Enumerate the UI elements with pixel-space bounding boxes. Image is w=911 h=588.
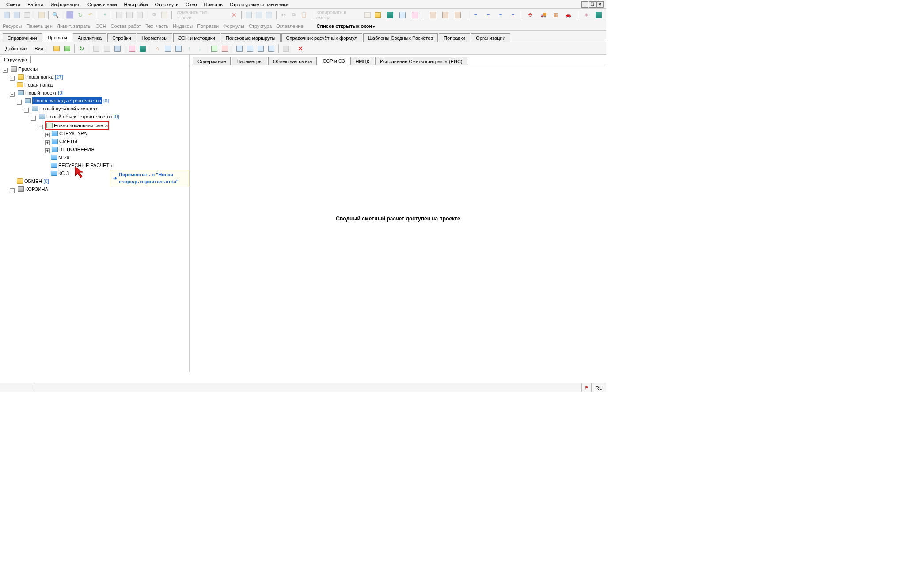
copy-icon[interactable]: ⧉: [289, 10, 298, 20]
project-tree[interactable]: − Проекты + Новая папка [27]: [0, 64, 189, 372]
tab-summary-templates[interactable]: Шаблоны Сводных Расчётов: [363, 33, 438, 42]
close-button[interactable]: ✕: [596, 1, 604, 8]
indent-4-icon[interactable]: ≡: [508, 10, 518, 20]
action-icon-e4[interactable]: [266, 44, 276, 53]
tree-toggle[interactable]: +: [10, 76, 15, 81]
menu-rest[interactable]: Отдохнуть: [152, 1, 182, 8]
link-struct[interactable]: Структура: [249, 23, 272, 29]
tree-smeta-highlighted[interactable]: Новая локальная смета: [45, 121, 109, 130]
copy-to-label[interactable]: Копировать в смету: [314, 10, 362, 20]
tool-icon-1[interactable]: [2, 10, 11, 20]
link-formula[interactable]: Формулы: [223, 23, 244, 29]
tool-r2[interactable]: [410, 10, 420, 20]
tool-icon-c1[interactable]: [244, 10, 253, 20]
tab-search-routes[interactable]: Поисковые маршруты: [221, 33, 281, 42]
helmet-icon[interactable]: ⛑: [526, 10, 536, 20]
delete-x-icon[interactable]: ✕: [296, 44, 305, 53]
tree-sub-m29[interactable]: М-29: [50, 154, 70, 161]
book-action-icon[interactable]: [138, 44, 148, 53]
book-icon[interactable]: [385, 10, 395, 20]
rtab-ssr[interactable]: ССР и СЗ: [318, 57, 349, 65]
rtab-content[interactable]: Содержание: [193, 57, 231, 65]
tree-toggle[interactable]: +: [45, 133, 50, 137]
action-icon-c2[interactable]: [174, 44, 183, 53]
tree-sub-smety[interactable]: СМЕТЫ: [51, 138, 78, 145]
down-arrow-icon[interactable]: ↓: [195, 44, 205, 53]
link-works[interactable]: Состав работ: [111, 23, 141, 29]
tab-calc-formulas[interactable]: Справочник расчётных формул: [281, 33, 362, 42]
tool-icon-2[interactable]: [12, 10, 21, 20]
tree-toggle[interactable]: −: [10, 92, 15, 97]
status-lang[interactable]: RU: [592, 383, 606, 392]
link-limit[interactable]: Лимит. затраты: [57, 23, 91, 29]
tree-object[interactable]: Новый объект строительства [0]: [38, 113, 120, 120]
tool-icon-new[interactable]: ✦: [100, 10, 110, 20]
view-menu[interactable]: Вид: [31, 46, 47, 51]
link-toc[interactable]: Оглавление: [276, 23, 303, 29]
stack-icon[interactable]: ◈: [581, 10, 591, 20]
tool-icon-g3[interactable]: [135, 10, 144, 20]
menu-settings[interactable]: Настройки: [121, 1, 152, 8]
menu-smeta[interactable]: Смета: [3, 1, 24, 8]
tab-norms[interactable]: Нормативы: [137, 33, 173, 42]
tool-icon-h1[interactable]: ⚙: [149, 10, 159, 20]
indent-3-icon[interactable]: ≡: [496, 10, 505, 20]
action-menu[interactable]: Действие: [2, 46, 30, 51]
tool-icon-g1[interactable]: [114, 10, 124, 20]
tool-icon-4[interactable]: [37, 10, 46, 20]
tool-r5[interactable]: [453, 10, 463, 20]
tool-icon-e1[interactable]: [363, 10, 372, 20]
tab-analytics[interactable]: Аналитика: [73, 33, 106, 42]
tab-spravochniki[interactable]: Справочники: [3, 33, 42, 42]
tab-projects[interactable]: Проекты: [43, 33, 72, 42]
tool-icon-e2[interactable]: [373, 10, 383, 20]
tool-icon-g2[interactable]: [125, 10, 134, 20]
tool-icon-h2[interactable]: [159, 10, 169, 20]
tree-sub-struktura[interactable]: СТРУКТУРА: [51, 130, 87, 137]
action-icon-b1[interactable]: [127, 44, 137, 53]
link-prices[interactable]: Панель цен: [26, 23, 52, 29]
undo-icon[interactable]: ↶: [86, 10, 95, 20]
folder-yellow-icon[interactable]: [52, 44, 61, 53]
tool-icon-c3[interactable]: [265, 10, 274, 20]
link-esn[interactable]: ЭСН: [96, 23, 106, 29]
action-icon-a2[interactable]: [102, 44, 112, 53]
tree-queue[interactable]: Новая очередь строительства [0]: [24, 97, 110, 104]
tree-root-projects[interactable]: Проекты: [10, 65, 38, 72]
tree-toggle[interactable]: −: [17, 100, 22, 105]
book2-icon[interactable]: [594, 10, 604, 20]
status-flag-icon[interactable]: ⚑: [582, 383, 592, 392]
tab-stroiki[interactable]: Стройки: [107, 33, 136, 42]
menu-window[interactable]: Окно: [182, 1, 201, 8]
action-icon-d2[interactable]: [220, 44, 230, 53]
folder-green-icon[interactable]: [62, 44, 72, 53]
tree-sub-resource[interactable]: РЕСУРСНЫЕ РАСЧЕТЫ: [50, 162, 114, 169]
link-tech[interactable]: Тех. часть: [145, 23, 168, 29]
car-icon[interactable]: 🚗: [563, 10, 573, 20]
action-icon-f1[interactable]: [281, 44, 291, 53]
tree-toggle[interactable]: −: [38, 125, 43, 129]
menu-ref[interactable]: Справочники: [84, 1, 121, 8]
tree-toggle[interactable]: +: [45, 140, 50, 145]
restore-button[interactable]: ❐: [589, 1, 596, 8]
tool-icon-3[interactable]: [23, 10, 32, 20]
action-icon-a1[interactable]: [91, 44, 101, 53]
rtab-eis[interactable]: Исполнение Сметы контракта (ЕИС): [375, 57, 467, 65]
tree-project[interactable]: Новый проект [0]: [17, 89, 65, 96]
tree-exchange[interactable]: ОБМЕН [0]: [16, 178, 49, 185]
action-icon-d1[interactable]: [209, 44, 219, 53]
tree-sub-vypol[interactable]: ВЫПОЛНЕНИЯ: [51, 146, 95, 153]
tree-folder-2[interactable]: Новая папка: [16, 81, 53, 88]
indent-right-icon[interactable]: ≡: [483, 10, 493, 20]
up-arrow-icon[interactable]: ↑: [184, 44, 194, 53]
refresh-icon[interactable]: ↻: [76, 10, 85, 20]
tool-icon-c2[interactable]: [254, 10, 263, 20]
tab-corrections[interactable]: Поправки: [439, 33, 470, 42]
tool-r1[interactable]: [398, 10, 407, 20]
cut-icon[interactable]: ✂: [279, 10, 288, 20]
tree-sub-ks3[interactable]: КС-3: [50, 170, 70, 177]
action-icon-e2[interactable]: [245, 44, 255, 53]
menu-struct-ref[interactable]: Структурные справочники: [226, 1, 292, 8]
tool-r3[interactable]: [428, 10, 438, 20]
tree-toggle[interactable]: −: [31, 116, 36, 121]
